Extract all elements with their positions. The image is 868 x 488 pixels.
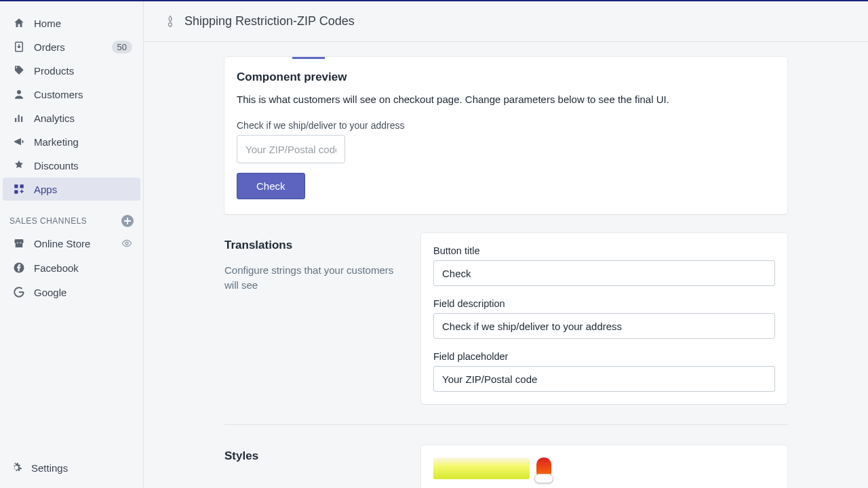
analytics-icon [12,111,26,125]
google-icon [12,285,26,299]
translations-subtext: Configure strings that your customers wi… [224,263,421,293]
gear-icon [9,461,23,474]
app-icon [163,14,178,29]
nav-customers[interactable]: Customers [3,83,140,106]
nav-home[interactable]: Home [3,12,140,35]
customers-icon [12,87,26,101]
home-icon [12,16,26,30]
svg-point-8 [125,242,128,245]
discounts-icon [12,159,26,172]
orders-badge: 50 [112,41,132,54]
nav-discounts[interactable]: Discounts [3,154,140,177]
main: Shipping Restriction-ZIP Codes Component… [144,1,868,488]
marketing-icon [12,135,26,148]
field-desc-input[interactable] [433,313,775,339]
button-title-input[interactable] [433,260,775,286]
preview-card: Component preview This is what customers… [224,57,787,214]
orders-icon [12,40,26,54]
facebook-icon [12,261,26,274]
nav-orders[interactable]: Orders 50 [3,35,140,58]
nav-label: Discounts [34,160,132,171]
nav-label: Analytics [34,113,132,124]
settings-label: Settings [31,462,134,474]
nav-label: Marketing [34,136,132,148]
svg-point-1 [17,90,21,94]
styles-heading: Styles [224,445,421,463]
nav-settings[interactable]: Settings [0,454,143,488]
nav-apps[interactable]: Apps [3,178,140,201]
channel-online-store[interactable]: Online Store [3,232,140,255]
field-desc-label: Field description [433,298,775,309]
zip-input[interactable] [237,135,345,163]
check-button[interactable]: Check [237,173,305,199]
hue-handle[interactable] [534,474,553,483]
nav-label: Apps [34,184,132,195]
field-placeholder-label: Field placeholder [433,351,775,362]
channels-header-label: SALES CHANNELS [9,216,87,226]
content-area: Component preview This is what customers… [144,42,868,488]
store-icon [12,237,26,250]
nav-analytics[interactable]: Analytics [3,106,140,129]
page-title: Shipping Restriction-ZIP Codes [184,14,355,28]
translations-header: Translations Configure strings that your… [224,233,421,404]
nav-label: Home [34,18,132,29]
primary-nav: Home Orders 50 Products Customers [0,11,143,201]
section-divider [224,424,787,425]
svg-rect-3 [18,115,20,123]
channels-header: SALES CHANNELS [0,201,143,231]
apps-icon [12,182,26,196]
channel-google[interactable]: Google [3,281,140,304]
hue-slider[interactable] [536,458,551,479]
add-channel-button[interactable] [121,215,134,227]
zip-field-label: Check if we ship/deliver to your address [237,120,775,131]
svg-rect-7 [14,190,18,194]
nav-label: Customers [34,89,132,100]
channel-label: Google [34,287,132,298]
svg-point-10 [169,22,172,26]
translations-heading: Translations [224,239,421,252]
channel-facebook[interactable]: Facebook [3,256,140,279]
svg-rect-6 [20,184,24,188]
svg-rect-5 [14,184,18,188]
color-picker-area[interactable] [433,458,530,479]
topbar: Shipping Restriction-ZIP Codes [144,1,868,42]
svg-rect-2 [15,118,16,122]
nav-label: Orders [34,41,112,53]
styles-card [421,445,787,488]
view-store-icon[interactable] [121,238,132,249]
channel-label: Facebook [34,262,132,274]
tab-indicator [292,57,325,59]
preview-heading: Component preview [237,70,775,84]
nav-label: Products [34,65,132,77]
svg-rect-4 [21,117,22,122]
preview-description: This is what customers will see on check… [237,94,775,105]
channel-label: Online Store [34,238,121,249]
nav-marketing[interactable]: Marketing [3,130,140,153]
field-placeholder-input[interactable] [433,366,775,392]
nav-products[interactable]: Products [3,59,140,82]
products-icon [12,64,26,77]
button-title-label: Button title [433,245,775,256]
sidebar: Home Orders 50 Products Customers [0,1,144,488]
translations-card: Button title Field description Field pla… [421,233,787,404]
